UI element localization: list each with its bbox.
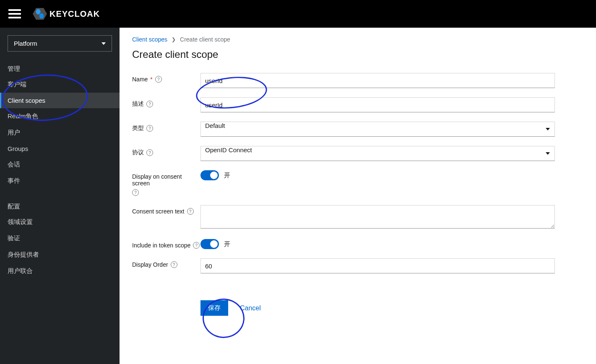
nav-section-configure: 配置 — [0, 199, 120, 214]
type-select[interactable]: Default — [200, 122, 555, 137]
form-row-include-token: Include in token scope ? 开 — [132, 239, 583, 249]
sidebar-item-realm-roles[interactable]: Realm角色 — [0, 108, 120, 125]
sidebar: Platform 管理 客户端 Client scopes Realm角色 用户… — [0, 28, 120, 364]
form-row-description: 描述 ? — [132, 97, 583, 112]
help-icon[interactable]: ? — [171, 261, 177, 268]
protocol-select-value: OpenID Connect — [205, 146, 252, 153]
form-row-display-order: Display Order ? — [132, 258, 583, 273]
help-icon[interactable]: ? — [132, 189, 139, 196]
display-consent-state: 开 — [224, 172, 230, 179]
form-row-actions: 保存 Cancel — [132, 283, 583, 316]
chevron-right-icon: ❯ — [172, 36, 176, 42]
cancel-button[interactable]: Cancel — [240, 304, 261, 312]
help-icon[interactable]: ? — [146, 149, 153, 156]
display-order-label: Display Order — [132, 261, 168, 268]
breadcrumb-current: Create client scope — [180, 36, 230, 43]
protocol-label: 协议 — [132, 149, 144, 156]
app-header: KEYCLOAK — [0, 0, 596, 28]
form-row-type: 类型 ? Default — [132, 122, 583, 137]
brand-name: KEYCLOAK — [49, 9, 100, 19]
sidebar-item-label: 领域设置 — [8, 218, 33, 225]
chevron-down-icon — [102, 42, 106, 45]
name-label: Name — [132, 76, 148, 83]
sidebar-item-label: Client scopes — [8, 97, 45, 104]
consent-text-label: Consent screen text — [132, 208, 185, 215]
sidebar-item-label: 会话 — [8, 161, 20, 168]
realm-selector-label: Platform — [14, 40, 37, 47]
sidebar-item-user-federation[interactable]: 用户联合 — [0, 263, 120, 279]
form-row-display-consent: Display on consent screen ? 开 — [132, 170, 583, 196]
display-consent-label: Display on consent screen — [132, 173, 200, 187]
nav-group-manage: 管理 客户端 Client scopes Realm角色 用户 Groups 会… — [0, 62, 120, 189]
keycloak-logo-icon — [33, 8, 47, 20]
protocol-select[interactable]: OpenID Connect — [200, 146, 555, 161]
sidebar-item-clients[interactable]: 客户端 — [0, 76, 120, 93]
breadcrumb: Client scopes ❯ Create client scope — [132, 36, 583, 43]
sidebar-item-label: 用户联合 — [8, 267, 33, 274]
description-input[interactable] — [200, 97, 555, 112]
help-icon[interactable]: ? — [146, 125, 153, 132]
sidebar-item-label: 客户端 — [8, 81, 26, 88]
include-token-switch[interactable] — [200, 239, 219, 249]
form-row-consent-text: Consent screen text ? — [132, 205, 583, 230]
sidebar-item-label: Realm角色 — [8, 112, 38, 120]
help-icon[interactable]: ? — [187, 208, 194, 215]
breadcrumb-parent-link[interactable]: Client scopes — [132, 36, 167, 43]
description-label: 描述 — [132, 100, 144, 108]
help-icon[interactable]: ? — [155, 76, 162, 83]
sidebar-item-sessions[interactable]: 会话 — [0, 156, 120, 173]
page-title: Create client scope — [132, 49, 583, 60]
type-select-value: Default — [205, 122, 225, 129]
display-consent-switch[interactable] — [200, 170, 219, 180]
consent-text-input[interactable] — [200, 205, 555, 229]
svg-marker-0 — [33, 8, 47, 20]
form-row-name: Name * ? — [132, 73, 583, 88]
required-indicator: * — [150, 76, 152, 83]
help-icon[interactable]: ? — [193, 242, 200, 249]
sidebar-item-realm-settings[interactable]: 领域设置 — [0, 214, 120, 230]
sidebar-item-events[interactable]: 事件 — [0, 173, 120, 189]
sidebar-item-label: Groups — [8, 145, 28, 152]
sidebar-item-label: 用户 — [8, 129, 20, 136]
sidebar-item-label: 验证 — [8, 234, 20, 242]
brand-logo[interactable]: KEYCLOAK — [33, 8, 100, 20]
hamburger-menu-icon[interactable] — [8, 8, 21, 20]
display-order-input[interactable] — [200, 258, 555, 273]
form-row-protocol: 协议 ? OpenID Connect — [132, 146, 583, 161]
include-token-state: 开 — [224, 240, 230, 248]
save-button[interactable]: 保存 — [200, 300, 228, 316]
nav-section-manage: 管理 — [0, 62, 120, 76]
sidebar-item-client-scopes[interactable]: Client scopes — [0, 93, 120, 108]
include-token-label: Include in token scope — [132, 242, 190, 249]
sidebar-item-label: 身份提供者 — [8, 251, 39, 258]
nav-group-configure: 配置 领域设置 验证 身份提供者 用户联合 — [0, 199, 120, 279]
main-content: Client scopes ❯ Create client scope Crea… — [120, 28, 596, 364]
sidebar-item-identity-providers[interactable]: 身份提供者 — [0, 247, 120, 263]
sidebar-item-users[interactable]: 用户 — [0, 125, 120, 141]
sidebar-item-authentication[interactable]: 验证 — [0, 230, 120, 247]
type-label: 类型 — [132, 125, 144, 132]
name-input[interactable] — [200, 73, 555, 88]
realm-selector[interactable]: Platform — [8, 35, 112, 52]
sidebar-item-groups[interactable]: Groups — [0, 141, 120, 156]
sidebar-item-label: 事件 — [8, 177, 20, 184]
help-icon[interactable]: ? — [146, 101, 153, 107]
